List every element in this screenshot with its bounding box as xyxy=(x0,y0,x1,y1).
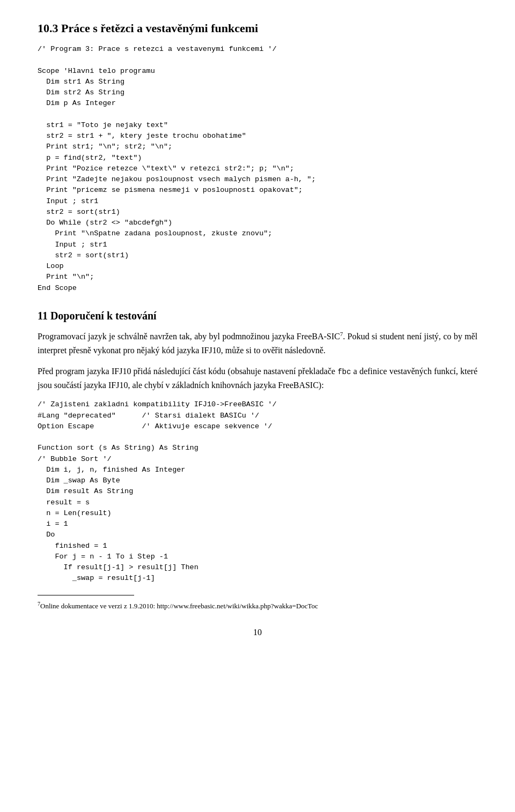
footnote-divider xyxy=(38,595,134,595)
footnote-text: Online dokumentace ve verzi z 1.9.2010: xyxy=(40,602,157,610)
code-block-2: /' Zajisteni zakladni kompatibility IFJ1… xyxy=(38,399,477,584)
para1-text: Programovací jazyk je schválně navržen t… xyxy=(38,332,340,341)
page-content: 10.3 Práce s řetězci a vestavěnými funkc… xyxy=(38,21,477,637)
section-10-title: 10.3 Práce s řetězci a vestavěnými funkc… xyxy=(38,21,477,35)
page-number: 10 xyxy=(38,628,477,637)
footnote-url: http://www.freebasic.net/wiki/wikka.php?… xyxy=(157,602,318,610)
para3-code: fbc xyxy=(337,368,351,376)
section-11-title: 11 Doporučení k testování xyxy=(38,310,477,322)
para3-text: Před program jazyka IFJ10 přidá následuj… xyxy=(38,367,337,376)
footnote-7: 7Online dokumentace ve verzi z 1.9.2010:… xyxy=(38,600,477,612)
section-11-para1: Programovací jazyk je schválně navržen t… xyxy=(38,330,477,357)
section-11-para3: Před program jazyka IFJ10 přidá následuj… xyxy=(38,364,477,392)
code-block-1: /' Program 3: Prace s retezci a vestaven… xyxy=(38,44,477,294)
